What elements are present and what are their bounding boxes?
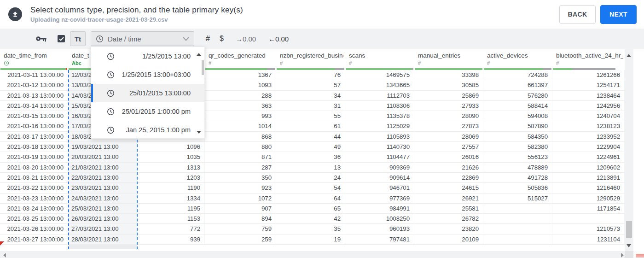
column-header-active_devices[interactable]: active_devices# [483, 49, 552, 70]
cell[interactable]: 1108306 [345, 101, 414, 111]
cell[interactable]: 19 [276, 235, 345, 245]
cell[interactable]: 582380 [483, 142, 552, 152]
cell[interactable]: 1313 [137, 163, 205, 173]
cell[interactable]: 584350 [483, 132, 552, 142]
cell[interactable]: 1367 [205, 70, 276, 80]
cell[interactable]: 2021-03-20 13:00:00 [0, 163, 68, 173]
cell[interactable]: 576280 [483, 91, 552, 101]
back-button[interactable]: BACK [559, 5, 596, 24]
cell[interactable]: 556123 [483, 152, 552, 162]
cell[interactable]: 34 [276, 91, 345, 101]
cell[interactable]: 2021-03-21 13:00:00 [0, 173, 68, 183]
cell[interactable]: 31 [276, 101, 345, 111]
cell[interactable]: 491728 [483, 173, 552, 183]
cell[interactable]: 923 [205, 183, 276, 193]
cell[interactable]: 49 [276, 142, 345, 152]
cell[interactable]: 2021-03-14 13:00:00 [0, 101, 68, 111]
format-option[interactable]: 25/01/2015 1:00:00 pm [91, 102, 204, 121]
cell[interactable]: 287 [205, 163, 276, 173]
cell[interactable]: 1008250 [345, 214, 414, 224]
scroll-left-icon[interactable] [3, 253, 6, 258]
cell[interactable]: 880 [205, 142, 276, 152]
column-header-manual_entries[interactable]: manual_entries# [414, 49, 483, 70]
cell[interactable]: 25869 [414, 91, 483, 101]
cell[interactable]: 1231104 [552, 235, 625, 245]
cell[interactable]: 1104477 [345, 152, 414, 162]
cell[interactable]: 894 [205, 214, 276, 224]
format-option[interactable]: Jan 25, 2015 1:00 pm [91, 121, 204, 139]
cell[interactable]: 64 [276, 194, 345, 204]
cell[interactable]: 2021-03-23 13:00:00 [0, 194, 68, 204]
cell[interactable]: 505836 [483, 183, 552, 193]
cell[interactable]: 868 [205, 132, 276, 142]
cell[interactable]: 27933 [414, 101, 483, 111]
column-header-qr_codes_generated[interactable]: qr_codes_generated# [205, 49, 276, 70]
increase-decimal-button[interactable]: →0.00 [236, 35, 256, 43]
cell[interactable]: 2021-03-17 13:00:00 [0, 132, 68, 142]
cell[interactable]: 1112703 [345, 91, 414, 101]
cell[interactable]: 44 [276, 132, 345, 142]
cell[interactable]: 2021-03-19 13:00:00 [0, 152, 68, 162]
horizontal-scrollbar[interactable] [0, 251, 633, 258]
cell[interactable] [483, 224, 552, 234]
cell[interactable]: 1229904 [552, 142, 625, 152]
scroll-up-icon[interactable] [627, 54, 631, 57]
format-option[interactable]: 1/25/2015 13:00+03:00 [91, 65, 204, 84]
cell[interactable]: 1233952 [552, 132, 625, 142]
cell[interactable]: 54 [276, 183, 345, 193]
cell[interactable] [483, 214, 552, 224]
cell[interactable]: 1469575 [345, 70, 414, 80]
cell[interactable]: 76 [276, 70, 345, 80]
cell[interactable]: 28090 [414, 111, 483, 121]
cell[interactable]: 1140730 [345, 142, 414, 152]
cell[interactable]: 1254171 [552, 80, 625, 90]
decrease-decimal-button[interactable]: ←0.00 [268, 35, 289, 43]
cell[interactable]: 2021-03-24 13:00:00 [0, 204, 68, 214]
menu-scroll-down-icon[interactable] [197, 131, 201, 134]
cell[interactable]: 1096 [137, 142, 205, 152]
cell[interactable]: 1195 [137, 204, 205, 214]
cell[interactable]: 26016 [414, 152, 483, 162]
cell[interactable]: 13 [276, 163, 345, 173]
cell[interactable]: 57 [276, 80, 345, 90]
cell[interactable]: 1135378 [345, 111, 414, 121]
cell[interactable]: 1213891 [552, 173, 625, 183]
cell[interactable]: 2021-03-11 13:00:00 [0, 70, 68, 80]
cell[interactable]: 1125029 [345, 121, 414, 131]
cell[interactable]: 1035 [137, 152, 205, 162]
cell[interactable]: 960193 [345, 224, 414, 234]
cell[interactable]: 909614 [345, 173, 414, 183]
cell[interactable]: 26921 [414, 194, 483, 204]
number-type-icon[interactable]: # [206, 35, 210, 43]
cell[interactable]: 22869 [414, 173, 483, 183]
cell[interactable]: 42 [276, 214, 345, 224]
cell[interactable]: 797481 [345, 235, 414, 245]
cell[interactable]: 2021-03-15 13:00:00 [0, 111, 68, 121]
format-option[interactable]: 1/25/2015 13:00 [91, 47, 204, 65]
cell[interactable]: 20109 [414, 235, 483, 245]
cell[interactable]: 350 [205, 173, 276, 183]
cell[interactable]: 724288 [483, 70, 552, 80]
cell[interactable]: 1093 [205, 80, 276, 90]
cell[interactable]: 24615 [414, 183, 483, 193]
menu-scroll-up-icon[interactable] [197, 53, 201, 56]
cell[interactable]: 259 [205, 235, 276, 245]
cell[interactable]: 1209602 [552, 163, 625, 173]
cell[interactable]: 594008 [483, 111, 552, 121]
cell[interactable] [483, 235, 552, 245]
cell[interactable]: 1261266 [552, 70, 625, 80]
column-header-nzbn_registered_busine[interactable]: nzbn_registered_busine# [276, 49, 345, 70]
cell[interactable]: 984991 [345, 204, 414, 214]
scroll-right-icon[interactable] [621, 253, 624, 258]
cell[interactable]: 587890 [483, 121, 552, 131]
cell[interactable]: 2021-03-12 13:00:00 [0, 80, 68, 90]
cell[interactable]: 363 [205, 101, 276, 111]
vertical-scrollbar[interactable] [625, 49, 633, 251]
cell[interactable]: 515027 [483, 194, 552, 204]
vertical-scrollbar-thumb[interactable] [626, 221, 632, 238]
cell[interactable]: 30585 [414, 80, 483, 90]
cell[interactable]: 1153 [137, 214, 205, 224]
cell[interactable]: 871 [205, 152, 276, 162]
cell[interactable]: 24 [276, 173, 345, 183]
cell[interactable]: 27/03/2021 13:00 [68, 224, 137, 234]
